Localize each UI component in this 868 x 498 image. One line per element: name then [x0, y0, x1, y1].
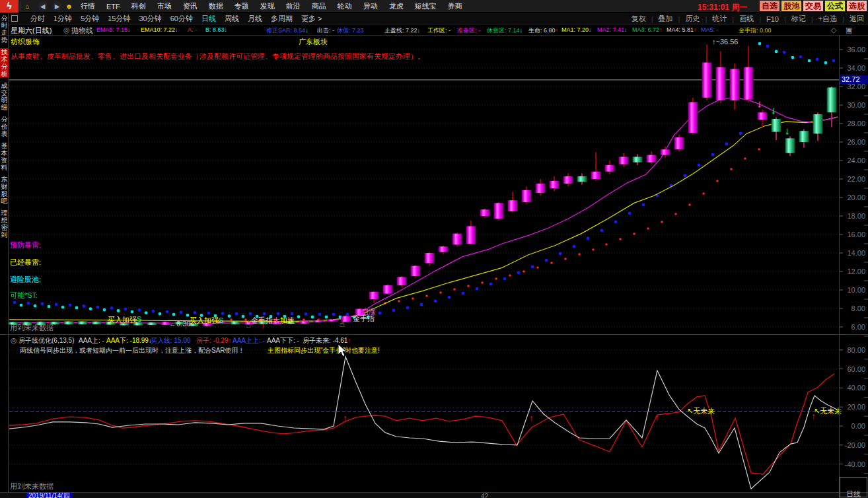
- status-date: 2019/11/14(四: [26, 493, 72, 498]
- top-button-自选[interactable]: 自选: [760, 1, 779, 11]
- menu-item-ETF[interactable]: ETF: [106, 3, 120, 11]
- status-bar: [0, 492, 868, 498]
- smiley-icon[interactable]: ☻: [64, 1, 74, 11]
- period-60分钟[interactable]: 60分钟: [170, 14, 193, 24]
- field-修正SAR: 修正SAR: 8.54↓: [266, 26, 308, 35]
- lower-field-买入线: 买入线: 15.00: [151, 336, 191, 345]
- indicator-name: 抛物线: [71, 26, 93, 36]
- sar-dot-cyan: [172, 313, 176, 316]
- tool-F10[interactable]: F10: [766, 15, 779, 23]
- field-MA2: MA2: 7.41↓: [597, 26, 628, 33]
- menu-item-前沿[interactable]: 前沿: [286, 1, 301, 11]
- tool-标记[interactable]: 标记: [791, 14, 806, 24]
- sar-dot-blue: [41, 302, 44, 306]
- signal-label-4: 可能*ST:: [10, 291, 38, 301]
- forward-icon[interactable]: ▶: [52, 1, 62, 11]
- menu-item-专题[interactable]: 专题: [235, 1, 249, 11]
- candle-body: [758, 112, 768, 120]
- period-30分钟[interactable]: 30分钟: [139, 14, 162, 24]
- tool-复权[interactable]: 复权: [632, 14, 646, 24]
- candle-body: [633, 157, 643, 162]
- y-axis-label-lower: 20.00: [840, 403, 865, 411]
- tool-+自选[interactable]: +自选: [818, 14, 837, 24]
- sar-dot-cyan: [791, 56, 795, 59]
- tool-画线[interactable]: 画线: [739, 14, 754, 24]
- layout-box-icon[interactable]: [11, 15, 18, 22]
- period-更多 >[interactable]: 更多 >: [301, 14, 322, 24]
- field-准备区: 准备区: -: [457, 26, 480, 35]
- period-1分钟[interactable]: 1分钟: [54, 14, 72, 24]
- sidebar-item-基本资料[interactable]: 基本资料: [0, 142, 9, 171]
- sidebar-item-东财股吧[interactable]: 东财股吧: [0, 176, 9, 205]
- period-日线[interactable]: 日线: [201, 14, 216, 24]
- menu-item-短线宝[interactable]: 短线宝: [415, 1, 437, 11]
- candle-body: [78, 322, 88, 324]
- left-sidebar: 分时走势技术分析成交明细分价表基本资料东财股吧理想密到: [0, 13, 9, 498]
- top-button-交易[interactable]: 交易: [803, 1, 823, 11]
- sar-dot-blue: [291, 312, 294, 316]
- sar-dot-red: [716, 180, 719, 182]
- nofuture-1: ↖无未来: [687, 406, 715, 416]
- sar-dot-blue: [249, 312, 252, 316]
- sidebar-item-分时走势[interactable]: 分时走势: [0, 15, 9, 44]
- menu-item-轮动[interactable]: 轮动: [338, 1, 352, 11]
- period-周线[interactable]: 周线: [225, 14, 239, 24]
- candle-body: [522, 190, 532, 202]
- candle-body: [480, 209, 490, 216]
- menu-item-数据[interactable]: 数据: [209, 1, 223, 11]
- tool-历史[interactable]: 历史: [685, 14, 700, 24]
- candle-body: [702, 63, 712, 98]
- tool-叠加[interactable]: 叠加: [659, 14, 673, 24]
- app-logo-icon[interactable]: ϟ: [0, 0, 18, 13]
- sar-dot-red: [592, 248, 595, 251]
- sidebar-item-技术分析[interactable]: 技术分析: [0, 48, 9, 77]
- sar-dot-blue: [379, 312, 382, 315]
- sar-dot-blue: [194, 311, 197, 314]
- sar-dot-red: [467, 285, 470, 287]
- lower-indicator-header: ◎房子线优化(6,13,5)AAA上: -AAA下: -18.99↓买入线: 1…: [9, 336, 839, 345]
- period-5分钟[interactable]: 5分钟: [81, 14, 99, 24]
- tool-统计[interactable]: 统计: [712, 14, 727, 24]
- candle-body: [813, 114, 823, 133]
- top-button-公式[interactable]: 公式: [825, 1, 845, 11]
- sidebar-item-理想密到[interactable]: 理想密到: [0, 209, 9, 238]
- period-15分钟[interactable]: 15分钟: [108, 14, 130, 24]
- menu-item-行情[interactable]: 行情: [81, 1, 95, 11]
- lower-field-房子: 房子: -0.29↑: [196, 336, 231, 345]
- sar-dot-red: [730, 168, 733, 170]
- menu-item-科创[interactable]: 科创: [131, 1, 146, 11]
- candle-body: [772, 119, 781, 132]
- menu-item-商品[interactable]: 商品: [312, 1, 326, 11]
- menu-item-异动[interactable]: 异动: [363, 1, 378, 11]
- sar-dot-red: [481, 281, 484, 284]
- y-axis-label-main: 36.00: [840, 46, 865, 53]
- period-分时[interactable]: 分时: [30, 14, 45, 24]
- buy-strong-1-s: S: [137, 315, 141, 323]
- sar-dot-blue: [152, 310, 155, 313]
- indicator-toggle-icon[interactable]: ◎: [63, 26, 70, 34]
- sar-dot-blue: [503, 277, 507, 281]
- candle-body: [64, 322, 74, 324]
- separator: |: [811, 15, 813, 23]
- sidebar-item-成交明细[interactable]: 成交明细: [0, 82, 9, 111]
- sar-dot-cyan: [34, 304, 37, 308]
- top-button-选股[interactable]: 选股: [847, 1, 867, 11]
- home-icon[interactable]: ⌂: [22, 1, 32, 11]
- menu-item-市场[interactable]: 市场: [157, 1, 172, 11]
- period-月线[interactable]: 月线: [248, 14, 262, 24]
- candle-body: [300, 321, 310, 324]
- menu-item-龙虎[interactable]: 龙虎: [389, 1, 404, 11]
- menu-item-发现[interactable]: 发现: [260, 1, 275, 11]
- menu-item-资讯[interactable]: 资讯: [183, 1, 198, 11]
- sidebar-item-分价表[interactable]: 分价表: [0, 116, 9, 137]
- ma-line-magenta: [9, 98, 838, 324]
- lower-indicator-toggle-icon[interactable]: ◎: [11, 336, 17, 345]
- field-休假: 休假: 7.23: [337, 26, 364, 35]
- diamond-icon[interactable]: ◇: [831, 26, 836, 34]
- period-多周期[interactable]: 多周期: [271, 14, 293, 24]
- tool-返回[interactable]: 返回: [850, 14, 864, 24]
- window-icon[interactable]: ▣: [846, 26, 852, 34]
- back-icon[interactable]: ◀: [38, 1, 48, 11]
- menu-item-券商[interactable]: 券商: [448, 1, 462, 11]
- top-button-股池[interactable]: 股池: [781, 1, 801, 11]
